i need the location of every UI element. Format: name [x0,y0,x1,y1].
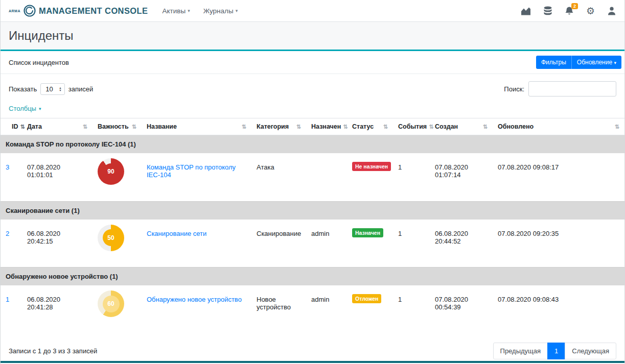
chevron-down-icon: ▾ [188,8,190,13]
sort-icon[interactable]: ⇅ [343,124,348,130]
col-header-name[interactable]: Название⇅ [142,118,251,135]
sort-icon[interactable]: ⇅ [296,124,301,130]
menu-journals[interactable]: Журналы ▾ [203,7,238,15]
cell-created: 07.08.2020 01:07:14 [430,153,493,201]
card-toolbar: Фильтры Обновление ▾ [536,56,621,69]
table-footer: Записи с 1 до 3 из 3 записей Предыдущая … [1,333,624,364]
columns-row: Столбцы ▾ [1,96,624,118]
cell-assignee [306,153,347,201]
sort-icon[interactable]: ⇅ [20,124,25,130]
records-info: Записи с 1 до 3 из 3 записей [9,347,97,355]
sort-icon[interactable]: ⇅ [483,124,488,130]
search-control: Поиск: [504,81,616,96]
cell-events: 1 [393,153,430,201]
user-profile-icon[interactable] [607,6,616,16]
sort-icon[interactable]: ⇅ [615,124,619,130]
search-input[interactable] [528,81,616,96]
incident-id-link[interactable]: 2 [6,230,9,237]
cell-updated: 07.08.2020 09:08:43 [493,285,624,333]
cell-updated: 07.08.2020 09:20:35 [493,220,624,268]
cell-events: 1 [393,220,430,268]
cell-date: 06.08.2020 20:41:28 [22,285,92,333]
cell-events: 1 [393,285,430,333]
page-size-select[interactable]: 10 ▲▼ [40,83,64,95]
cell-category: Атака [251,153,306,201]
col-header-status[interactable]: Статус⇅ [347,118,393,135]
col-header-assignee[interactable]: Назначен⇅ [306,118,347,135]
database-icon[interactable] [543,6,552,16]
status-badge: Назначен [352,228,383,237]
incident-name-link[interactable]: Команда STOP по протоколу IEC-104 [147,163,236,179]
management-console-window: ARMA MANAGEMENT CONSOLE Активы ▾ Журналы… [0,0,625,364]
next-page-button[interactable]: Следующая [565,343,616,359]
menu-assets[interactable]: Активы ▾ [162,7,190,15]
col-header-date[interactable]: Дата⇅ [22,118,92,135]
card-title: Список инцидентов [9,59,69,66]
severity-value: 90 [103,163,120,180]
arma-logo-icon [23,4,36,17]
cell-created: 07.08.2020 00:54:39 [430,285,493,333]
prev-page-button[interactable]: Предыдущая [493,343,548,359]
cell-created: 06.08.2020 20:44:52 [430,220,493,268]
notification-count-badge: 2 [571,3,578,9]
group-label: Сканирование сети (1) [1,201,624,220]
refresh-dropdown-button[interactable]: Обновление ▾ [572,56,621,69]
pagination: Предыдущая 1 Следующая [493,343,616,359]
severity-value: 60 [103,296,120,312]
incident-name-link[interactable]: Обнаружено новое устройство [147,296,242,303]
arma-logo-text: ARMA [9,9,20,13]
severity-donut: 50 [98,225,124,251]
incident-id-link[interactable]: 3 [6,163,9,171]
spinner-arrows-icon: ▲▼ [59,87,61,91]
cell-category: Новое устройство [251,285,306,333]
group-header-row: Обнаружено новое устройство (1) [1,268,624,286]
chevron-down-icon: ▾ [614,60,616,65]
sort-icon[interactable]: ⇅ [242,124,246,130]
sort-icon[interactable]: ⇅ [383,124,388,130]
page-title: Инциденты [9,29,616,43]
group-header-row: Команда STOP по протоколу IEC-104 (1) [1,135,624,154]
severity-value: 50 [103,229,120,246]
dashboard-chart-icon[interactable] [521,6,531,15]
filters-button[interactable]: Фильтры [536,56,572,69]
cell-assignee: admin [306,285,347,333]
group-label: Обнаружено новое устройство (1) [1,268,624,286]
brand-title: MANAGEMENT CONSOLE [39,6,148,16]
severity-donut: 60 [98,290,124,317]
col-header-id[interactable]: ID⇅ [1,118,22,135]
chevron-down-icon: ▾ [236,8,238,13]
top-navbar: ARMA MANAGEMENT CONSOLE Активы ▾ Журналы… [1,0,624,22]
table-row: 1 06.08.2020 20:41:28 60 Обнаружено ново… [1,285,624,333]
col-header-updated[interactable]: Обновлено⇅ [493,118,624,135]
group-label: Команда STOP по протоколу IEC-104 (1) [1,135,624,154]
table-row: 3 07.08.2020 01:01:01 90 Команда STOP по… [1,153,624,201]
table-header-row: ID⇅ Дата⇅ Важность⇅ Название⇅ Категория⇅… [1,118,624,135]
severity-donut: 90 [98,158,124,185]
brand-logo[interactable]: ARMA MANAGEMENT CONSOLE [9,4,148,17]
sort-icon[interactable]: ⇅ [429,124,433,130]
group-header-row: Сканирование сети (1) [1,201,624,220]
search-label: Поиск: [504,85,524,93]
cell-updated: 07.08.2020 09:08:17 [493,153,624,201]
chevron-down-icon: ▾ [39,106,41,111]
page-length-control: Показать 10 ▲▼ записей [9,83,93,95]
col-header-severity[interactable]: Важность⇅ [92,118,142,135]
col-header-category[interactable]: Категория⇅ [251,118,306,135]
sort-icon[interactable]: ⇅ [83,124,87,130]
sort-icon[interactable]: ⇅ [132,124,136,130]
table-controls: Показать 10 ▲▼ записей Поиск: [1,74,624,96]
status-badge: Не назначен [352,162,391,171]
notifications-bell-icon[interactable]: 2 [565,6,574,16]
incident-name-link[interactable]: Сканирование сети [147,230,206,237]
col-header-events[interactable]: События⇅ [393,118,430,135]
content-header: Инциденты [1,22,624,50]
col-header-created[interactable]: Создан⇅ [430,118,493,135]
cell-category: Сканирование [251,220,306,268]
cell-date: 07.08.2020 01:01:01 [22,153,92,201]
incidents-table: ID⇅ Дата⇅ Важность⇅ Название⇅ Категория⇅… [1,118,624,333]
main-menu: Активы ▾ Журналы ▾ [162,7,238,15]
page-number-button[interactable]: 1 [547,343,565,359]
settings-gear-icon[interactable]: ⚙ [586,6,595,16]
columns-dropdown[interactable]: Столбцы ▾ [9,105,41,112]
incident-id-link[interactable]: 1 [6,296,9,303]
